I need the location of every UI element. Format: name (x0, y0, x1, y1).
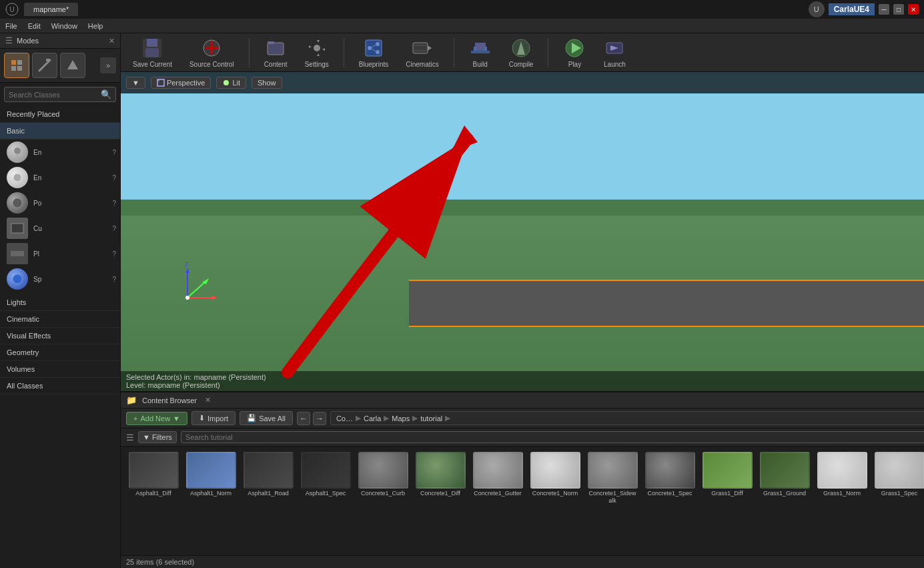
menu-edit[interactable]: Edit (28, 22, 41, 30)
all-classes-category[interactable]: All Classes (0, 378, 120, 394)
content-button[interactable]: Content (259, 35, 293, 71)
save-all-button[interactable]: 💾 Save All (240, 411, 293, 425)
basic-label: Basic (7, 127, 25, 135)
cb-filters-button[interactable]: ▼ Filters (138, 431, 177, 443)
cinematics-button[interactable]: Cinematics (400, 35, 444, 71)
settings-button[interactable]: Settings (300, 35, 334, 71)
class-item-1[interactable]: En ? (0, 165, 120, 190)
asset-thumb-grass1-ground (760, 452, 810, 489)
maximize-button[interactable]: □ (893, 4, 904, 15)
launch-button[interactable]: Launch (598, 35, 631, 71)
asset-concrete1-sidewalk[interactable]: Concrete1_Sidewalk (585, 452, 640, 505)
class-item-0[interactable]: En ? (0, 139, 120, 165)
svg-rect-16 (147, 39, 157, 47)
lit-button[interactable]: Lit (216, 77, 246, 89)
compile-button[interactable]: Compile (504, 35, 539, 71)
build-button[interactable]: Build (464, 35, 497, 71)
lights-category[interactable]: Lights (0, 294, 120, 311)
class-help-4[interactable]: ? (112, 250, 116, 258)
asset-concrete1-gutter[interactable]: Concrete1_Gutter (470, 452, 525, 497)
source-control-button[interactable]: Source Control (184, 35, 240, 71)
class-item-4[interactable]: Pl ? (0, 241, 120, 266)
cb-source-toggle[interactable]: ☰ (126, 433, 134, 443)
asset-asphalt1-road[interactable]: Asphalt1_Road (241, 452, 296, 497)
cb-forward-button[interactable]: → (313, 412, 326, 425)
class-item-2[interactable]: Po ? (0, 190, 120, 216)
class-help-3[interactable]: ? (112, 225, 116, 232)
menu-window[interactable]: Window (51, 22, 77, 30)
asset-concrete1-diff[interactable]: Concrete1_Diff (413, 452, 468, 497)
asset-asphalt1-diff[interactable]: Asphalt1_Diff (126, 452, 181, 497)
placement-mode-button[interactable] (4, 53, 29, 78)
asset-grass1-spec[interactable]: Grass1_Spec (872, 452, 924, 497)
cb-search-input[interactable] (181, 431, 924, 443)
class-help-1[interactable]: ? (112, 174, 116, 182)
modes-expand-button[interactable]: » (100, 57, 116, 73)
cb-back-button[interactable]: ← (297, 412, 310, 425)
cinematics-icon (412, 37, 433, 59)
cb-path-item-3[interactable]: tutorial (420, 414, 442, 422)
paint-mode-button[interactable] (32, 53, 57, 78)
search-classes-container: 🔍 (4, 87, 116, 102)
cb-path-item-0[interactable]: Co… (336, 414, 353, 422)
cb-path-item-1[interactable]: Carla (364, 414, 381, 422)
asset-label-asphalt1-road: Asphalt1_Road (248, 490, 289, 497)
volumes-label: Volumes (7, 365, 35, 373)
class-item-5[interactable]: Sp ? (0, 266, 120, 292)
viewport-dropdown-button[interactable]: ▼ (126, 77, 145, 89)
class-help-0[interactable]: ? (112, 149, 116, 156)
modes-panel-close[interactable]: ✕ (109, 37, 115, 45)
close-button[interactable]: ✕ (908, 4, 919, 15)
cb-search-bar: ☰ ▼ Filters 🔍 ⚙ (121, 429, 924, 447)
content-browser-panel: 📁 Content Browser ✕ + Add New ▼ ⬇ Import… (121, 391, 924, 568)
blueprints-label: Blueprints (359, 61, 388, 68)
volumes-category[interactable]: Volumes (0, 361, 120, 378)
cb-path-item-2[interactable]: Maps (392, 414, 410, 422)
asset-label-asphalt1-diff: Asphalt1_Diff (135, 490, 171, 497)
save-current-label: Save Current (133, 61, 172, 68)
import-button[interactable]: ⬇ Import (191, 411, 236, 425)
class-icon-0 (7, 141, 28, 163)
landscape-mode-button[interactable] (60, 53, 85, 78)
menu-file[interactable]: File (5, 22, 17, 30)
show-button[interactable]: Show (252, 77, 282, 89)
asset-concrete1-spec[interactable]: Concrete1_Spec (642, 452, 697, 497)
minimize-button[interactable]: ─ (879, 4, 889, 15)
blueprints-button[interactable]: Blueprints (354, 35, 394, 71)
class-help-5[interactable]: ? (112, 276, 116, 283)
toolbar-divider-1 (249, 38, 250, 67)
asset-grass1-ground[interactable]: Grass1_Ground (757, 452, 812, 497)
class-help-2[interactable]: ? (112, 200, 116, 207)
geometry-category[interactable]: Geometry (0, 344, 120, 361)
content-browser-grid: Asphalt1_Diff Asphalt1_Norm Asphalt1_Roa… (121, 447, 924, 555)
modes-panel-title: Modes (17, 37, 39, 45)
asset-grass1-diff[interactable]: Grass1_Diff (700, 452, 755, 497)
cb-panel-close[interactable]: ✕ (205, 396, 211, 404)
play-button[interactable]: Play (558, 35, 591, 71)
asset-concrete1-curb[interactable]: Concrete1_Curb (356, 452, 410, 497)
svg-rect-36 (474, 47, 476, 51)
compile-icon (510, 37, 532, 59)
cinematic-category[interactable]: Cinematic (0, 311, 120, 328)
asset-concrete1-norm[interactable]: Concrete1_Norm (528, 452, 582, 497)
add-new-button[interactable]: + Add New ▼ (126, 412, 187, 425)
app-logo: U (809, 1, 825, 17)
lit-label: Lit (232, 79, 240, 87)
show-label: Show (258, 79, 276, 87)
asset-grass1-norm[interactable]: Grass1_Norm (815, 452, 869, 497)
recently-placed-category[interactable]: Recently Placed (0, 106, 120, 123)
visual-effects-category[interactable]: Visual Effects (0, 328, 120, 344)
viewport-toolbar: Save Current Source Control Content (121, 33, 924, 72)
class-item-3[interactable]: Cu ? (0, 216, 120, 241)
save-all-label: Save All (259, 414, 286, 422)
save-current-button[interactable]: Save Current (127, 35, 177, 71)
search-classes-input[interactable] (9, 91, 101, 99)
perspective-button[interactable]: Perspective (151, 77, 211, 89)
asset-asphalt1-spec[interactable]: Asphalt1_Spec (298, 452, 353, 497)
window-tab[interactable]: mapname* (24, 3, 78, 16)
svg-point-27 (376, 50, 380, 54)
menu-help[interactable]: Help (88, 22, 103, 30)
asset-asphalt1-norm[interactable]: Asphalt1_Norm (183, 452, 238, 497)
asset-label-asphalt1-spec: Asphalt1_Spec (306, 490, 346, 497)
basic-category[interactable]: Basic (0, 123, 120, 139)
